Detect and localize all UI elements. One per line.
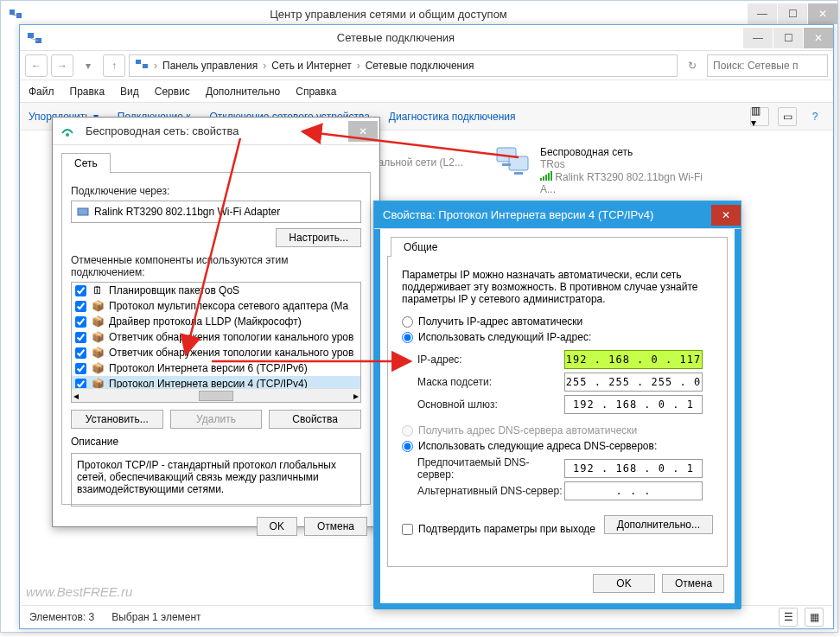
svg-rect-5: [143, 64, 148, 68]
conn-title: Сетевые подключения: [49, 31, 742, 44]
connect-via-label: Подключение через:: [71, 185, 361, 197]
component-item[interactable]: Ответчик обнаружения топологии канальног…: [109, 347, 353, 359]
component-item[interactable]: Протокол Интернета версии 6 (TCP/IPv6): [109, 362, 308, 374]
breadcrumb-icon: [135, 57, 149, 73]
nic-icon: [77, 206, 89, 218]
breadcrumb-item[interactable]: Сеть и Интернет: [271, 60, 351, 72]
radio-static-ip-label: Использовать следующий IP-адрес:: [418, 331, 591, 343]
view-mode-button[interactable]: ▥ ▾: [750, 107, 769, 126]
remove-button: Удалить: [170, 410, 263, 429]
preview-pane-button[interactable]: ▭: [778, 107, 797, 126]
radio-static-dns-label: Использовать следующие адреса DNS-сервер…: [418, 440, 657, 452]
forward-button[interactable]: →: [51, 54, 73, 77]
center-title: Центр управления сетями и общим доступом: [30, 8, 747, 21]
menu-service[interactable]: Сервис: [155, 86, 190, 98]
maximize-button[interactable]: ☐: [773, 28, 803, 48]
alternate-dns-field[interactable]: . . .: [564, 481, 703, 500]
component-checkbox[interactable]: [75, 301, 86, 312]
menu-help[interactable]: Справка: [296, 86, 336, 98]
icons-view-button[interactable]: ▦: [805, 608, 824, 627]
breadcrumb-item[interactable]: Сетевые подключения: [366, 60, 474, 72]
props-body: Подключение через: Ralink RT3290 802.11b…: [61, 172, 371, 505]
close-button[interactable]: ✕: [348, 121, 378, 142]
ipv4-intro: Параметры IP можно назначать автоматичес…: [402, 269, 713, 305]
configure-button[interactable]: Настроить...: [276, 228, 361, 247]
close-button[interactable]: ✕: [711, 205, 741, 226]
ok-button[interactable]: OK: [593, 574, 655, 593]
component-checkbox[interactable]: [75, 285, 86, 296]
advanced-button[interactable]: Дополнительно...: [604, 515, 713, 534]
components-list[interactable]: 🗓Планировщик пакетов QoS 📦Протокол мульт…: [71, 282, 361, 403]
component-icon: 📦: [92, 315, 104, 328]
menu-edit[interactable]: Правка: [70, 86, 105, 98]
component-icon: 📦: [92, 362, 104, 374]
radio-auto-dns-label: Получить адрес DNS-сервера автоматически: [418, 424, 637, 436]
adapter-network: TRos: [540, 158, 720, 170]
close-button[interactable]: ✕: [808, 3, 837, 24]
component-item[interactable]: Планировщик пакетов QoS: [109, 284, 239, 296]
tab-network[interactable]: Сеть: [61, 153, 111, 173]
radio-static-ip[interactable]: [402, 332, 413, 343]
adapter-name: Ralink RT3290 802.11bgn Wi-Fi Adapter: [94, 206, 280, 218]
tab-general[interactable]: Общие: [391, 237, 728, 257]
maximize-button[interactable]: ☐: [778, 3, 807, 24]
component-item[interactable]: Ответчик обнаружения топологии канальног…: [109, 331, 353, 343]
component-checkbox[interactable]: [75, 316, 86, 328]
svg-rect-0: [10, 10, 15, 15]
refresh-button[interactable]: ↻: [681, 54, 703, 77]
dns1-label: Предпочитаемый DNS-сервер:: [417, 456, 564, 481]
conn-icon: [25, 29, 44, 48]
cancel-button[interactable]: Отмена: [662, 574, 724, 593]
diagnose-button[interactable]: Диагностика подключения: [389, 111, 516, 123]
details-view-button[interactable]: ☰: [779, 608, 798, 627]
menu-file[interactable]: Файл: [29, 86, 54, 98]
confirm-on-exit-checkbox[interactable]: [402, 524, 413, 535]
cancel-button[interactable]: Отмена: [304, 517, 367, 536]
component-checkbox[interactable]: [75, 332, 86, 343]
svg-rect-3: [35, 38, 41, 43]
help-icon[interactable]: ?: [805, 107, 824, 126]
subnet-mask-field[interactable]: 255 . 255 . 255 . 0: [564, 373, 703, 392]
gateway-label: Основной шлюз:: [417, 398, 564, 411]
radio-static-dns[interactable]: [402, 441, 413, 452]
minimize-button[interactable]: —: [748, 3, 777, 24]
gateway-field[interactable]: 192 . 168 . 0 . 1: [564, 395, 703, 414]
watermark: www.BestFREE.ru: [26, 584, 132, 599]
ipv4-titlebar: Свойства: Протокол Интернета версии 4 (T…: [374, 201, 741, 229]
component-item[interactable]: Драйвер протокола LLDP (Майкрософт): [109, 315, 302, 328]
up-button[interactable]: ↑: [103, 54, 125, 77]
install-button[interactable]: Установить...: [71, 410, 163, 429]
back-button[interactable]: ←: [25, 54, 48, 77]
ip-address-field[interactable]: 192 . 168 . 0 . 117: [564, 350, 703, 369]
components-label: Отмеченные компоненты используются этим …: [71, 254, 361, 278]
component-checkbox[interactable]: [75, 347, 86, 359]
preferred-dns-field[interactable]: 192 . 168 . 0 . 1: [564, 459, 703, 478]
component-checkbox[interactable]: [75, 363, 86, 374]
wireless-adapter-tile[interactable]: Беспроводная сеть TRos Ralink RT3290 802…: [495, 146, 720, 195]
signal-icon: [540, 170, 552, 181]
history-dropdown[interactable]: ▾: [77, 54, 99, 77]
component-item[interactable]: Протокол мультиплексора сетевого адаптер…: [109, 300, 348, 312]
component-icon: 📦: [92, 300, 104, 312]
wifi-icon: [58, 122, 77, 141]
component-icon: 🗓: [92, 284, 104, 296]
props-title: Беспроводная сеть: свойства: [82, 124, 347, 137]
search-input[interactable]: [707, 54, 828, 77]
ok-button[interactable]: OK: [257, 517, 297, 536]
adapter-name: Беспроводная сеть: [540, 146, 720, 158]
center-titlebar: Центр управления сетями и общим доступом…: [1, 1, 837, 27]
svg-rect-2: [28, 33, 34, 38]
mask-label: Маска подсети:: [417, 376, 564, 388]
menu-view[interactable]: Вид: [120, 86, 139, 98]
nav-row: ← → ▾ ↑ › Панель управления › Сеть и Инт…: [20, 51, 833, 80]
minimize-button[interactable]: —: [743, 28, 773, 48]
properties-button[interactable]: Свойства: [269, 410, 361, 429]
breadcrumb-item[interactable]: Панель управления: [162, 60, 258, 72]
radio-auto-ip[interactable]: [402, 316, 413, 328]
horizontal-scrollbar[interactable]: ◂▸: [72, 388, 360, 402]
menu-advanced[interactable]: Дополнительно: [206, 86, 280, 98]
breadcrumb[interactable]: › Панель управления › Сеть и Интернет › …: [129, 54, 678, 77]
conn-titlebar: Сетевые подключения — ☐ ✕: [20, 25, 833, 51]
close-button[interactable]: ✕: [804, 28, 833, 48]
svg-point-10: [66, 133, 69, 137]
